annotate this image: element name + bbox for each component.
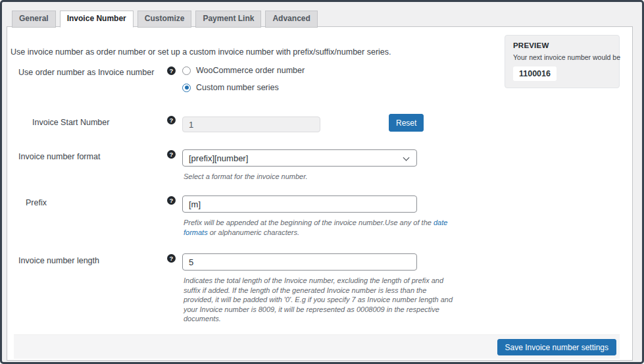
radio-custom-number-series[interactable] — [182, 84, 191, 92]
invoice-number-length-label: Invoice number length — [18, 256, 99, 266]
radio-woocommerce-order-number[interactable] — [182, 66, 191, 75]
preview-text: Your next invoice number would be — [513, 53, 611, 62]
invoice-number-length-input[interactable] — [182, 253, 417, 271]
reset-button[interactable]: Reset — [389, 114, 424, 132]
save-invoice-number-settings-button[interactable]: Save Invoice number settings — [497, 339, 616, 355]
tab-payment-link[interactable]: Payment Link — [195, 11, 261, 28]
tab-general[interactable]: General — [12, 11, 56, 28]
radio-option-woocommerce-order-number[interactable]: WooCommerce order number — [182, 66, 305, 75]
chevron-down-icon — [403, 155, 410, 161]
prefix-hint-text: Prefix will be appended at the beginning… — [184, 219, 433, 226]
use-order-number-label: Use order number as Invoice number — [18, 68, 154, 78]
invoice-number-format-label: Invoice number format — [18, 152, 100, 162]
tab-customize[interactable]: Customize — [137, 11, 192, 28]
help-icon[interactable]: ? — [167, 254, 176, 263]
invoice-settings-page: General Invoice Number Customize Payment… — [0, 0, 644, 364]
preview-title: PREVIEW — [513, 41, 611, 50]
next-invoice-number: 1100016 — [513, 66, 557, 81]
invoice-start-number-label: Invoice Start Number — [32, 118, 109, 128]
selected-format: [prefix][number] — [189, 153, 248, 163]
radio-label: Custom number series — [196, 83, 279, 92]
invoice-start-number-input[interactable] — [182, 117, 320, 132]
prefix-hint: Prefix will be appended at the beginning… — [184, 218, 447, 237]
help-icon[interactable]: ? — [167, 116, 176, 124]
prefix-hint-text: or alphanumeric characters. — [208, 228, 299, 236]
help-icon[interactable]: ? — [167, 150, 176, 159]
radio-label: WooCommerce order number — [196, 66, 305, 75]
page-description: Use invoice number as order number or se… — [11, 47, 391, 57]
prefix-input[interactable] — [182, 195, 417, 213]
settings-panel: Use invoice number as order number or se… — [7, 26, 633, 361]
invoice-number-format-select[interactable]: [prefix][number] — [182, 149, 417, 167]
preview-box: PREVIEW Your next invoice number would b… — [505, 35, 620, 88]
help-icon[interactable]: ? — [167, 66, 176, 75]
settings-tab-bar: General Invoice Number Customize Payment… — [12, 11, 318, 28]
length-hint: Indicates the total length of the Invoic… — [184, 276, 453, 324]
help-icon[interactable]: ? — [167, 196, 176, 205]
order-number-options: WooCommerce order number Custom number s… — [182, 66, 305, 100]
radio-option-custom-number-series[interactable]: Custom number series — [182, 83, 305, 92]
format-hint: Select a format for the invoice number. — [184, 172, 308, 182]
settings-footer: Save Invoice number settings — [14, 334, 620, 359]
tab-invoice-number[interactable]: Invoice Number — [60, 11, 134, 28]
prefix-label: Prefix — [26, 198, 47, 208]
tab-advanced[interactable]: Advanced — [265, 11, 317, 28]
